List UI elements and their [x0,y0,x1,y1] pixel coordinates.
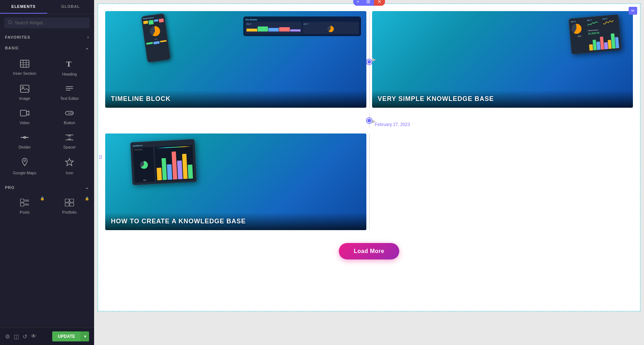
chevron-favorites-icon: › [87,35,89,40]
laptop-screen: Dashboard Performance 65% [131,139,196,185]
svg-marker-26 [65,159,73,166]
widget-google-maps[interactable]: Google Maps [3,154,47,178]
chevron-pro-icon: ⌄ [85,185,89,190]
card-timeline-overlay: TIMELINE BLOCK [105,90,366,108]
date-label: February 27, 2023 [375,122,410,127]
card-create-title: HOW TO CREATE A KNOWLEDGE BASE [111,218,361,225]
sidebar-footer: ⚙ ◫ ↺ 👁 UPDATE ▾ [0,327,94,345]
widget-grid-pro: 🔒 Posts 🔒 [0,193,94,222]
row-divider: ▶ February 27, 2023 [105,113,633,128]
widget-portfolio[interactable]: 🔒 Portfolio [48,194,92,217]
icon-widget-icon [65,158,74,169]
widget-posts[interactable]: 🔒 Posts [3,194,47,217]
svg-point-25 [24,160,25,162]
tab-global[interactable]: GLOBAL [47,0,94,14]
update-button-group: UPDATE ▾ [52,331,89,341]
widget-video[interactable]: Video [3,105,47,128]
google-maps-icon [21,158,29,169]
card-timeline-title: TIMELINE BLOCK [111,95,361,103]
close-section-button[interactable]: ✕ [374,0,385,6]
divider-icon [20,133,29,143]
search-box [4,18,90,28]
phone-screen: Performance 60% [142,14,170,62]
widget-image[interactable]: Image [3,81,47,103]
canvas: + ⊞ ✕ ⠿ ✏ ▶ [94,0,644,345]
timeline-arrow-top: ▶ [372,57,376,62]
chevron-basic-icon: ⌄ [85,45,89,50]
widget-inner-section-label: Inner Section [13,71,36,76]
laptop-bars [156,147,193,180]
card-knowledge-title: VERY SIMPLE KNOWLEDGE BASE [378,95,628,103]
video-icon [20,109,29,118]
widget-icon[interactable]: Icon [48,154,92,178]
content-area: ▶ Performance [98,4,640,277]
lock-posts-icon: 🔒 [40,196,44,200]
spacer-icon [65,133,74,143]
settings-icon[interactable]: ⚙ [5,333,10,340]
tablet-screen: Divi X 60% Divi Y [569,15,621,54]
widget-divider[interactable]: Divider [3,129,47,152]
card-create-knowledge[interactable]: Dashboard Performance 65% [105,133,366,230]
tablet-left-panel: Divi X 60% [571,19,588,52]
section-pro[interactable]: PRO ⌄ [0,182,94,193]
drag-handle[interactable]: ⠿ [99,155,102,160]
widget-button[interactable]: Button [48,105,92,128]
timeline-dot-mid [367,118,372,123]
button-icon [65,109,74,118]
load-more-row: Load More [105,236,633,270]
search-icon [8,20,13,26]
card-timeline-block[interactable]: Performance 60% [105,11,366,108]
phone-mockup: Performance 60% [141,13,171,63]
svg-rect-17 [20,110,26,116]
svg-rect-34 [70,199,74,202]
widget-text-editor-label: Text Editor [60,96,79,101]
section-basic[interactable]: BASIC ⌄ [0,43,94,53]
lock-portfolio-icon: 🔒 [85,196,89,200]
section-favorites[interactable]: FAVORITES › [0,32,94,43]
empty-col-right [372,133,633,230]
update-dropdown-button[interactable]: ▾ [81,331,89,341]
tablet-chart-bars [588,33,619,50]
card-create-overlay: HOW TO CREATE A KNOWLEDGE BASE [105,213,366,230]
widget-button-label: Button [64,121,75,125]
svg-text:T: T [66,59,72,68]
card-knowledge-base[interactable]: Divi X 60% Divi Y [372,11,633,108]
portfolio-icon [65,199,74,208]
svg-rect-28 [20,203,24,206]
update-main-button[interactable]: UPDATE [52,331,81,341]
card-knowledge-overlay: VERY SIMPLE KNOWLEDGE BASE [372,90,633,108]
layout-section-button[interactable]: ⊞ [363,0,374,6]
widget-inner-section[interactable]: Inner Section [3,55,47,79]
search-input[interactable] [15,20,86,25]
svg-line-1 [11,23,12,24]
laptop-mockup: Dashboard Performance 65% [130,139,197,185]
row-1: ▶ Performance [105,11,633,108]
section-wrapper: + ⊞ ✕ ⠿ ✏ ▶ [98,4,640,311]
svg-rect-36 [70,203,74,206]
layers-icon[interactable]: ◫ [14,333,19,340]
tablet-mockup: Divi X 60% Divi Y [568,14,621,54]
eye-icon[interactable]: 👁 [31,333,36,340]
widget-posts-label: Posts [20,210,30,214]
heading-icon: T [65,59,74,70]
widget-image-label: Image [19,96,30,101]
edit-section-icon[interactable]: ✏ [629,7,637,15]
widget-text-editor[interactable]: Text Editor [48,81,92,103]
tab-elements[interactable]: ELEMENTS [0,0,47,14]
canvas-inner: + ⊞ ✕ ⠿ ✏ ▶ [94,4,644,345]
widget-divider-label: Divider [19,145,31,149]
sidebar-tabs: ELEMENTS GLOBAL [0,0,94,14]
widget-spacer[interactable]: Spacer [48,129,92,152]
svg-rect-27 [20,199,24,202]
history-icon[interactable]: ↺ [23,333,27,340]
widget-heading[interactable]: T Heading [48,55,92,79]
timeline-dot-top [367,59,372,64]
posts-icon [20,199,29,208]
add-section-button[interactable]: + [353,0,363,6]
svg-rect-35 [65,203,69,206]
mini-dashboard-overlay: Divi Builder Divi X [243,16,361,36]
tablet-right-panel: Divi Y Divi Z [587,17,619,51]
row-2: Dashboard Performance 65% [105,133,633,230]
widget-grid-basic: Inner Section T Heading Image [0,53,94,182]
load-more-button[interactable]: Load More [339,243,399,259]
